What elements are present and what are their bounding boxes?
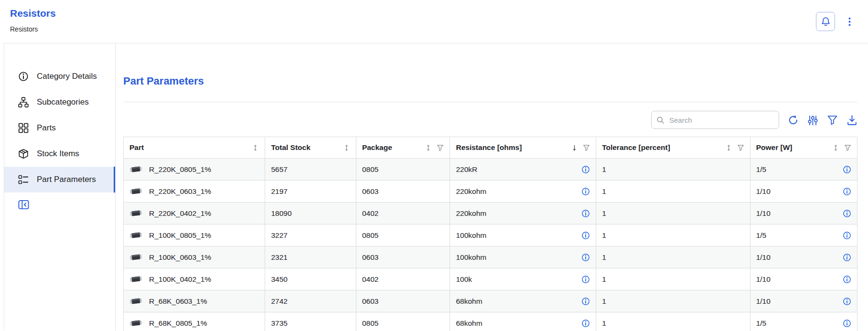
parameter-info-button[interactable] <box>581 209 590 218</box>
parameter-info-button[interactable] <box>581 231 590 240</box>
part-thumbnail[interactable] <box>129 275 142 283</box>
column-filter-icon[interactable] <box>583 144 590 151</box>
part-thumbnail[interactable] <box>129 231 142 239</box>
resistor-image <box>129 318 143 328</box>
part-thumbnail[interactable] <box>129 187 142 195</box>
info-icon <box>581 165 590 174</box>
bell-icon <box>821 17 831 27</box>
parameter-info-button[interactable] <box>843 231 851 240</box>
parameter-info-button[interactable] <box>843 275 851 284</box>
resistance-cell: 100k <box>450 268 596 290</box>
table-row[interactable]: R_100K_0805_1% 3227 0805 100kohm 1 <box>124 224 857 246</box>
part-name: R_68K_0805_1% <box>149 319 207 328</box>
search-input[interactable] <box>668 116 774 125</box>
table-row[interactable]: R_220K_0805_1% 5657 0805 220kR 1 <box>124 159 857 181</box>
resistance-value: 100kohm <box>456 253 486 262</box>
page-header-actions <box>816 0 855 43</box>
table-row[interactable]: R_68K_0805_1% 3735 0805 68kohm 1 <box>124 312 857 331</box>
package-cell: 0402 <box>356 268 450 290</box>
sort-icon <box>832 144 839 151</box>
resistance-cell: 220kohm <box>450 203 596 224</box>
table-row[interactable]: R_68K_0603_1% 2742 0603 68kohm 1 <box>124 290 857 312</box>
sidebar-item-part-parameters[interactable]: Part Parameters <box>4 167 115 192</box>
parameter-info-button[interactable] <box>843 165 851 174</box>
parameter-info-button[interactable] <box>843 319 851 328</box>
part-name: R_100K_0402_1% <box>149 275 211 284</box>
overflow-menu-button[interactable] <box>845 17 855 27</box>
sidebar-item-parts[interactable]: Parts <box>4 115 115 141</box>
resistance-cell: 100kohm <box>450 224 596 246</box>
content-panel: Category Details Subcategories Parts Sto… <box>4 43 868 331</box>
part-parameters-table: Part Total Stock Package <box>123 137 857 331</box>
sidebar-item-subcategories[interactable]: Subcategories <box>4 89 115 115</box>
resistance-cell: 220kohm <box>450 181 596 203</box>
sort-icon <box>725 144 732 151</box>
parameter-info-button[interactable] <box>581 187 590 196</box>
package-cell: 0805 <box>356 312 450 331</box>
part-name: R_100K_0805_1% <box>149 231 211 240</box>
table-row[interactable]: R_220K_0402_1% 18090 0402 220kohm 1 <box>124 203 857 224</box>
sidebar-item-stock-items[interactable]: Stock Items <box>4 141 115 167</box>
search-icon <box>656 116 664 124</box>
package-cell: 0402 <box>356 203 450 224</box>
parameter-info-button[interactable] <box>581 253 590 262</box>
column-header-total-stock[interactable]: Total Stock <box>265 137 356 159</box>
total-stock-cell: 3227 <box>265 224 356 246</box>
column-settings-button[interactable] <box>807 115 818 126</box>
part-cell: R_100K_0805_1% <box>124 224 265 246</box>
part-thumbnail[interactable] <box>129 253 142 261</box>
power-value: 1/5 <box>756 319 767 328</box>
collapse-sidebar-button[interactable] <box>18 199 29 210</box>
power-value: 1/10 <box>756 209 771 218</box>
grid-icon <box>18 123 29 133</box>
info-icon <box>581 187 590 196</box>
download-button[interactable] <box>847 115 857 126</box>
breadcrumb[interactable]: Resistors <box>10 25 56 33</box>
parameter-info-button[interactable] <box>843 297 851 306</box>
part-thumbnail[interactable] <box>129 209 142 217</box>
column-filter-icon[interactable] <box>737 144 744 151</box>
page-title: Resistors <box>10 8 56 19</box>
section-title: Part Parameters <box>123 75 857 87</box>
part-thumbnail[interactable] <box>129 319 142 327</box>
resistance-value: 220kR <box>456 165 477 174</box>
notifications-button[interactable] <box>816 12 835 31</box>
sort-icon <box>252 144 259 151</box>
power-cell: 1/10 <box>750 246 857 268</box>
parameter-info-button[interactable] <box>581 275 590 284</box>
part-cell: R_68K_0603_1% <box>124 290 265 312</box>
parameter-info-button[interactable] <box>581 297 590 306</box>
part-name: R_220K_0402_1% <box>149 209 211 218</box>
parameter-info-button[interactable] <box>843 253 851 262</box>
table-row[interactable]: R_220K_0603_1% 2197 0603 220kohm 1 <box>124 181 857 203</box>
column-filter-icon[interactable] <box>844 144 851 151</box>
tolerance-cell: 1 <box>596 246 750 268</box>
column-label: Tolerance [percent] <box>602 143 670 152</box>
sort-icon <box>425 144 432 151</box>
part-thumbnail[interactable] <box>129 297 142 305</box>
power-value: 1/10 <box>756 253 771 262</box>
table-toolbar <box>123 111 857 129</box>
table-row[interactable]: R_100K_0402_1% 3450 0402 100k 1 <box>124 268 857 290</box>
column-filter-icon[interactable] <box>437 144 444 151</box>
sidebar-item-label: Parts <box>37 123 56 133</box>
table-row[interactable]: R_100K_0603_1% 2321 0603 100kohm 1 <box>124 246 857 268</box>
info-icon <box>581 275 590 284</box>
package-cell: 0805 <box>356 224 450 246</box>
filter-button[interactable] <box>827 115 838 126</box>
parameter-info-button[interactable] <box>843 187 851 196</box>
column-header-resistance[interactable]: Resistance [ohms] <box>450 137 596 159</box>
column-header-package[interactable]: Package <box>356 137 450 159</box>
column-header-part[interactable]: Part <box>124 137 265 159</box>
refresh-button[interactable] <box>788 115 799 126</box>
resistance-value: 220kohm <box>456 187 486 196</box>
part-thumbnail[interactable] <box>129 165 142 173</box>
info-icon <box>843 231 851 240</box>
sidebar-item-category-details[interactable]: Category Details <box>4 64 115 89</box>
power-value: 1/10 <box>756 187 771 196</box>
parameter-info-button[interactable] <box>581 319 590 328</box>
column-header-tolerance[interactable]: Tolerance [percent] <box>596 137 750 159</box>
column-header-power[interactable]: Power [W] <box>750 137 857 159</box>
parameter-info-button[interactable] <box>843 209 851 218</box>
parameter-info-button[interactable] <box>581 165 590 174</box>
